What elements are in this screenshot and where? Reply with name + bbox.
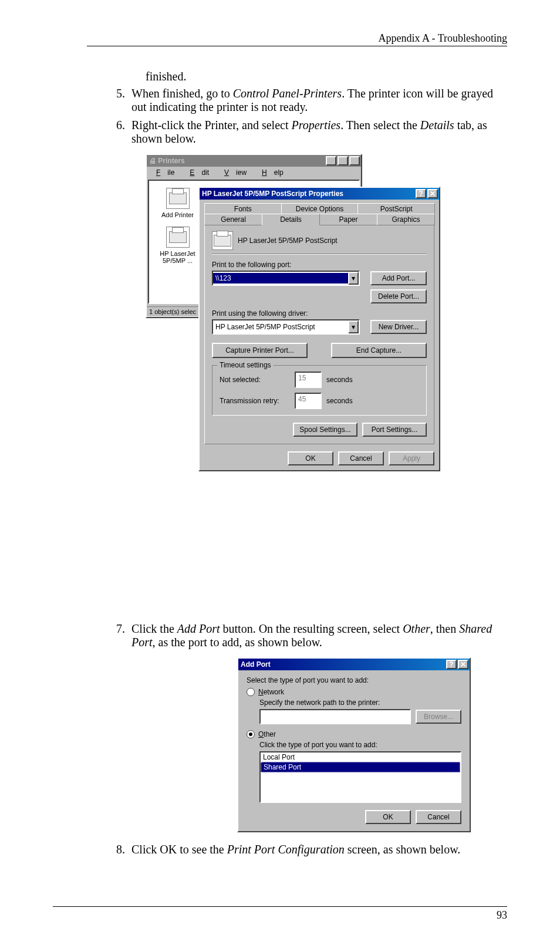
add-printer-icon[interactable] [166, 188, 190, 209]
printers-title: Printers [158, 157, 184, 165]
add-printer-label: Add Printer [161, 211, 194, 218]
retry-label: Transmission retry: [220, 397, 290, 405]
add-port-title: Add Port [241, 660, 271, 669]
menu-view[interactable]: View [217, 168, 254, 177]
driver-combo[interactable]: HP LaserJet 5P/5MP PostScript ▾ [212, 319, 360, 335]
add-port-intro: Select the type of port you want to add: [247, 676, 461, 684]
not-selected-label: Not selected: [220, 376, 290, 384]
details-panel: HP LaserJet 5P/5MP PostScript Print to t… [204, 225, 434, 444]
tab-graphics[interactable]: Graphics [377, 214, 435, 225]
close-button[interactable]: ✕ [427, 189, 438, 198]
delete-port-button[interactable]: Delete Port... [370, 289, 427, 303]
network-path-field[interactable] [259, 709, 411, 724]
end-capture-button[interactable]: End Capture... [331, 343, 427, 358]
add-port-titlebar[interactable]: Add Port ? ✕ [238, 659, 470, 670]
tab-postscript[interactable]: PostScript [357, 203, 435, 215]
capture-port-button[interactable]: Capture Printer Port... [212, 343, 308, 358]
port-settings-button[interactable]: Port Settings... [362, 423, 427, 437]
tab-paper[interactable]: Paper [319, 214, 377, 225]
add-port-dialog: Add Port ? ✕ Select the type of port you… [237, 657, 471, 832]
browse-button[interactable]: Browse... [416, 710, 461, 724]
ok-button[interactable]: OK [288, 451, 333, 465]
list-item[interactable]: Local Port [261, 752, 460, 762]
port-combo[interactable]: \\123 ▾ [212, 271, 360, 286]
cancel-button[interactable]: Cancel [416, 810, 461, 824]
radio-network[interactable]: Network [247, 688, 461, 696]
printer-label: HP LaserJet 5P/5MP ... [153, 250, 203, 264]
help-button[interactable]: ? [446, 660, 457, 669]
device-name: HP LaserJet 5P/5MP PostScript [238, 237, 338, 245]
spool-settings-button[interactable]: Spool Settings... [293, 423, 357, 437]
list-item-selected[interactable]: Shared Port [261, 762, 460, 772]
close-button[interactable]: ✕ [349, 156, 360, 166]
menu-bar[interactable]: File Edit View Help [147, 167, 361, 178]
tab-fonts[interactable]: Fonts [204, 203, 282, 215]
tab-details[interactable]: Details [262, 214, 320, 225]
port-value: \\123 [213, 273, 348, 284]
other-hint: Click the type of port you want to add: [259, 741, 461, 749]
menu-file[interactable]: File [149, 168, 181, 177]
properties-titlebar[interactable]: HP LaserJet 5P/5MP PostScript Properties… [200, 188, 439, 200]
minimize-button[interactable]: _ [326, 156, 336, 166]
device-icon [212, 231, 233, 250]
maximize-button[interactable]: ▢ [338, 156, 348, 166]
cancel-button[interactable]: Cancel [338, 451, 384, 465]
timeout-group: Timeout settings Not selected: 15 second… [212, 365, 427, 416]
retry-field[interactable]: 45 [295, 393, 322, 409]
step-5: When finished, go to Control Panel-Print… [128, 87, 507, 114]
tab-device[interactable]: Device Options [281, 203, 359, 215]
driver-label: Print using the following driver: [212, 309, 427, 318]
dropdown-icon[interactable]: ▾ [348, 272, 359, 285]
step-8: Click OK to see the Print Port Configura… [128, 843, 507, 856]
continued-text: finished. [146, 70, 507, 83]
network-hint: Specify the network path to the printer: [259, 698, 461, 707]
apply-button[interactable]: Apply [389, 451, 434, 465]
page-header: Appendix A - Troubleshooting [87, 32, 507, 46]
seconds-label: seconds [326, 376, 353, 384]
page-number: 93 [53, 906, 507, 922]
printers-titlebar[interactable]: 🖨 Printers _ ▢ ✕ [147, 155, 361, 167]
printer-icon[interactable] [166, 227, 190, 248]
tab-strip: Fonts Device Options PostScript General … [204, 203, 434, 225]
timeout-legend: Timeout settings [217, 361, 274, 369]
not-selected-field[interactable]: 15 [295, 372, 322, 388]
properties-dialog: HP LaserJet 5P/5MP PostScript Properties… [198, 187, 440, 471]
properties-title: HP LaserJet 5P/5MP PostScript Properties [202, 190, 343, 198]
radio-other[interactable]: Other [247, 730, 461, 738]
close-button[interactable]: ✕ [458, 660, 468, 669]
seconds-label: seconds [326, 397, 353, 405]
step-7: Click the Add Port button. On the result… [128, 622, 507, 649]
menu-help[interactable]: Help [255, 168, 291, 177]
port-type-list[interactable]: Local Port Shared Port [259, 751, 461, 803]
add-port-button[interactable]: Add Port... [370, 271, 427, 285]
driver-value: HP LaserJet 5P/5MP PostScript [213, 322, 348, 332]
menu-edit[interactable]: Edit [183, 168, 216, 177]
tab-general[interactable]: General [204, 214, 262, 225]
radio-icon [247, 730, 255, 738]
figure-printers-properties: 🖨 Printers _ ▢ ✕ File Edit View Help [146, 154, 439, 612]
ok-button[interactable]: OK [365, 810, 411, 824]
radio-icon [247, 688, 255, 696]
port-label: Print to the following port: [212, 261, 427, 269]
printers-icon: 🖨 [149, 157, 156, 165]
step-6: Right-click the Printer, and select Prop… [128, 119, 507, 146]
dropdown-icon[interactable]: ▾ [348, 320, 359, 333]
help-button[interactable]: ? [416, 189, 426, 198]
new-driver-button[interactable]: New Driver... [370, 320, 427, 334]
